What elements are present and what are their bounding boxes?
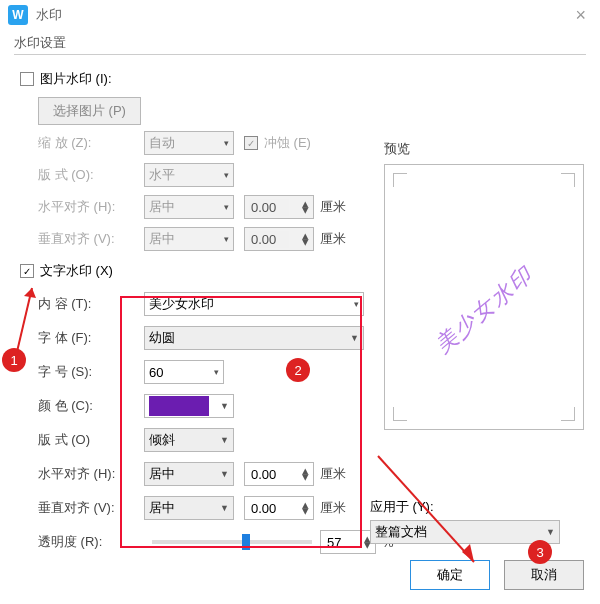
chevron-down-icon: ▾ <box>354 299 359 309</box>
crop-mark-icon <box>561 407 575 421</box>
app-logo: W <box>8 5 28 25</box>
apply-label: 应用于 (Y): <box>370 498 580 516</box>
opacity-spin[interactable]: ▴▾ <box>320 530 376 554</box>
color-combo[interactable]: ▼ <box>144 394 234 418</box>
group-divider <box>14 54 586 55</box>
zoom-combo[interactable]: 自动▾ <box>144 131 234 155</box>
opacity-label: 透明度 (R): <box>38 533 144 551</box>
zoom-label: 缩 放 (Z): <box>38 134 144 152</box>
choose-picture-button[interactable]: 选择图片 (P) <box>38 97 141 125</box>
text-valign-spin[interactable]: ▴▾ <box>244 496 314 520</box>
titlebar: W 水印 × <box>0 0 600 30</box>
picture-valign-spin[interactable]: ▴▾ <box>244 227 314 251</box>
text-halign-label: 水平对齐 (H): <box>38 465 144 483</box>
picture-layout-label: 版 式 (O): <box>38 166 144 184</box>
window-title: 水印 <box>36 6 569 24</box>
crop-mark-icon <box>393 173 407 187</box>
preview-watermark-text: 美少女水印 <box>428 260 539 360</box>
size-combo[interactable]: 60▾ <box>144 360 224 384</box>
content-combo[interactable]: 美少女水印▾ <box>144 292 364 316</box>
font-combo[interactable]: 幼圆▼ <box>144 326 364 350</box>
text-valign-combo[interactable]: 居中▼ <box>144 496 234 520</box>
cancel-button[interactable]: 取消 <box>504 560 584 590</box>
chevron-down-icon: ▾ <box>224 138 229 148</box>
picture-valign-label: 垂直对齐 (V): <box>38 230 144 248</box>
font-label: 字 体 (F): <box>38 329 144 347</box>
picture-halign-unit: 厘米 <box>320 198 346 216</box>
picture-halign-label: 水平对齐 (H): <box>38 198 144 216</box>
slider-thumb[interactable] <box>242 534 250 550</box>
text-valign-unit: 厘米 <box>320 499 346 517</box>
color-label: 颜 色 (C): <box>38 397 144 415</box>
apply-combo[interactable]: 整篇文档▼ <box>370 520 560 544</box>
text-watermark-label: 文字水印 (X) <box>40 262 113 280</box>
apply-row: 应用于 (Y): 整篇文档▼ <box>370 498 580 544</box>
picture-layout-combo[interactable]: 水平▾ <box>144 163 234 187</box>
size-label: 字 号 (S): <box>38 363 144 381</box>
picture-halign-combo[interactable]: 居中▾ <box>144 195 234 219</box>
text-layout-combo[interactable]: 倾斜▼ <box>144 428 234 452</box>
chevron-down-icon: ▾ <box>224 170 229 180</box>
opacity-slider[interactable] <box>152 540 312 544</box>
text-halign-combo[interactable]: 居中▼ <box>144 462 234 486</box>
ok-button[interactable]: 确定 <box>410 560 490 590</box>
watermark-settings-label: 水印设置 <box>14 34 586 52</box>
preview-box: 美少女水印 <box>384 164 584 430</box>
text-halign-spin[interactable]: ▴▾ <box>244 462 314 486</box>
picture-halign-spin[interactable]: ▴▾ <box>244 195 314 219</box>
content-label: 内 容 (T): <box>38 295 144 313</box>
close-button[interactable]: × <box>569 5 592 26</box>
picture-valign-combo[interactable]: 居中▾ <box>144 227 234 251</box>
color-swatch <box>149 396 209 416</box>
preview-label: 预览 <box>384 140 584 158</box>
erode-label: 冲蚀 (E) <box>264 134 311 152</box>
picture-watermark-row: 图片水印 (I): <box>20 63 586 95</box>
crop-mark-icon <box>561 173 575 187</box>
text-watermark-checkbox[interactable]: ✓ <box>20 264 34 278</box>
crop-mark-icon <box>393 407 407 421</box>
text-valign-label: 垂直对齐 (V): <box>38 499 144 517</box>
text-halign-unit: 厘米 <box>320 465 346 483</box>
preview-panel: 预览 美少女水印 <box>384 140 584 430</box>
picture-valign-unit: 厘米 <box>320 230 346 248</box>
erode-checkbox[interactable]: ✓ <box>244 136 258 150</box>
picture-watermark-label: 图片水印 (I): <box>40 70 112 88</box>
text-layout-label: 版 式 (O) <box>38 431 144 449</box>
picture-watermark-checkbox[interactable] <box>20 72 34 86</box>
footer: 确定 取消 <box>410 560 584 590</box>
